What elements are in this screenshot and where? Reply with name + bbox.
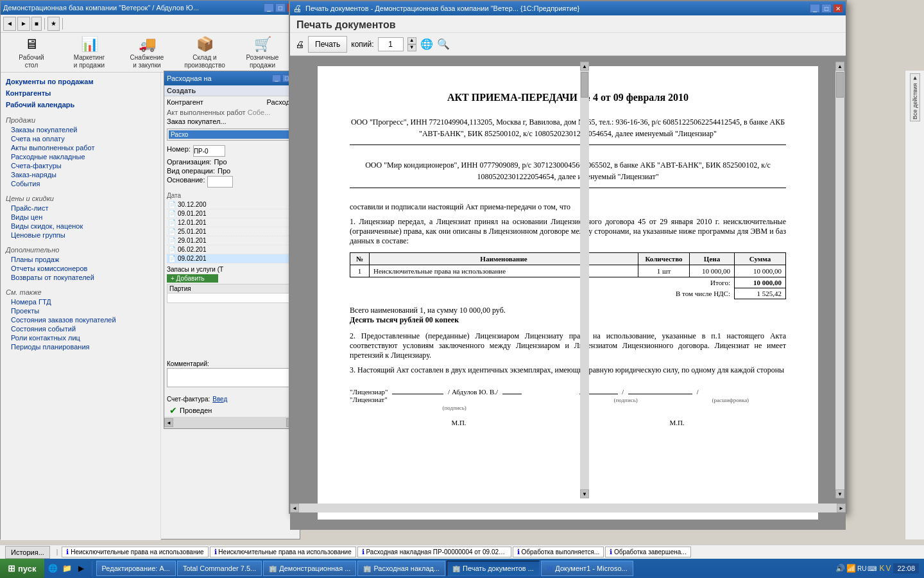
sidebar-link-kontrag[interactable]: Контрагенты: [1, 87, 160, 98]
zoom-icon[interactable]: 🔍: [437, 38, 450, 50]
sidebar-group-seealso: См. также: [1, 286, 160, 297]
sidebar-item-plans[interactable]: Планы продаж: [1, 255, 160, 264]
maximize-button[interactable]: □: [275, 3, 286, 12]
row-name: Неисключительные права на использование: [370, 265, 638, 277]
spin-down[interactable]: ▼: [407, 44, 416, 51]
forward-button[interactable]: ►: [17, 17, 30, 31]
nav-desk[interactable]: 🖥 Рабочийстол: [3, 35, 60, 70]
taskbar-item-tc[interactable]: Total Commander 7.5...: [177, 561, 262, 576]
print-minimize[interactable]: _: [810, 4, 820, 13]
sidebar-item-schfakt[interactable]: Счета-фактуры: [1, 161, 160, 170]
sb-left[interactable]: ◄: [164, 418, 173, 427]
pvr-up[interactable]: ▲: [835, 62, 844, 71]
sidebar-item-invoices[interactable]: Счета на оплату: [1, 134, 160, 143]
tag1-text: Неисключительные права на использование: [71, 548, 203, 556]
nav-marketing[interactable]: 📊 Маркетинги продажи: [61, 35, 117, 70]
right-actions-panel: Все действия ▼: [905, 71, 924, 539]
sidebar-item-events[interactable]: События: [1, 179, 160, 188]
minimize-button[interactable]: _: [264, 3, 274, 12]
taskbar-item-demo[interactable]: 🏢 Демонстрационная ...: [263, 561, 356, 576]
kopii-input[interactable]: [378, 37, 404, 51]
taskbar-item-edit[interactable]: Редактирование: А...: [96, 561, 176, 576]
taskbar-item-print[interactable]: 🏢 Печать документов ...: [447, 561, 540, 576]
all-actions-button[interactable]: Все действия ▼: [910, 73, 920, 121]
taskbar-tc-label: Total Commander 7.5...: [183, 565, 256, 572]
print-maximize[interactable]: □: [821, 4, 832, 13]
sidebar-item-acts[interactable]: Акты выполненных работ: [1, 143, 160, 152]
status-tag-2[interactable]: ℹ Неисключительные права на использовани…: [210, 547, 356, 557]
sidebar-item-rasxod[interactable]: Расходные накладные: [1, 152, 160, 161]
nomer-input[interactable]: [193, 145, 225, 157]
osnov-input[interactable]: [207, 176, 233, 188]
sidebar-item-orderstates[interactable]: Состояния заказов покупателей: [1, 315, 160, 324]
sidebar-item-periods[interactable]: Периоды планирования: [1, 342, 160, 351]
nav-supply[interactable]: 🚚 Снабжениеи закупки: [119, 35, 175, 70]
print-toolbar: 🖨 Печать копий: ▲ ▼ 🌐 🔍: [290, 33, 846, 56]
sidebar-item-eventstates[interactable]: Состояния событий: [1, 324, 160, 333]
pvr-thumb[interactable]: [836, 72, 844, 98]
date-06feb[interactable]: 📄 06.02.201: [167, 245, 302, 254]
print-vscroll-right[interactable]: ▲ ▼: [835, 62, 844, 498]
desk-icon: 🖥: [21, 36, 42, 53]
globe-icon[interactable]: 🌐: [420, 38, 433, 50]
status-tag-1[interactable]: ℹ Неисключительные права на использовани…: [62, 547, 208, 557]
sidebar-item-zaknarad[interactable]: Заказ-наряды: [1, 170, 160, 179]
taskbar-item-rasxod[interactable]: 🏢 Расходная наклад...: [357, 561, 445, 576]
pv-down[interactable]: ▼: [580, 489, 589, 498]
nadkl-minimize[interactable]: _: [272, 74, 281, 82]
status-tag-3[interactable]: ℹ Расходная накладная ПР-00000004 от 09.…: [357, 547, 511, 557]
print-button[interactable]: Печать: [308, 36, 347, 53]
history-button[interactable]: История...: [5, 546, 50, 559]
date-25jan[interactable]: 📄 25.01.201: [167, 227, 302, 236]
date-30[interactable]: 📄 30.12.200: [167, 200, 302, 209]
print-close[interactable]: ✕: [833, 4, 843, 13]
sidebar-item-komissia[interactable]: Отчеты комиссионеров: [1, 264, 160, 273]
status-tag-5[interactable]: ℹ Обработка завершена...: [605, 547, 690, 557]
pvr-down[interactable]: ▼: [835, 489, 844, 498]
print-vscroll[interactable]: ▲ ▼: [580, 62, 589, 498]
add-button[interactable]: + Добавить: [167, 274, 218, 283]
sidebar-item-projects[interactable]: Проекты: [1, 306, 160, 315]
sidebar-link-docs[interactable]: Документы по продажам: [1, 75, 160, 87]
sidebar-item-orders[interactable]: Заказы покупателей: [1, 125, 160, 134]
stop-button[interactable]: ■: [31, 17, 42, 31]
date-09feb[interactable]: 📄 09.02.201: [167, 254, 302, 263]
ph-right[interactable]: ►: [837, 504, 846, 512]
comment-input[interactable]: [167, 368, 293, 387]
back-button[interactable]: ◄: [3, 17, 16, 31]
status-tag-4[interactable]: ℹ Обработка выполняется...: [513, 547, 604, 557]
lang-indicator[interactable]: RU: [857, 565, 866, 572]
sign-licenziar: "Лицензиар" / Абдулов Ю. В./ "Лицензиат"…: [350, 388, 559, 411]
sidebar: Документы по продажам Контрагенты Рабочи…: [1, 73, 161, 540]
sidebar-item-pricegroups[interactable]: Ценовые группы: [1, 231, 160, 240]
tag4-icon: ℹ: [517, 548, 520, 556]
h-scrollbar[interactable]: ◄ ►: [164, 417, 295, 428]
zakaz-row: Заказ покупател...: [164, 117, 304, 126]
ph-left[interactable]: ◄: [290, 504, 299, 512]
tag5-icon: ℹ: [610, 548, 612, 556]
date-29jan[interactable]: 📄 29.01.201: [167, 236, 302, 245]
spin-up[interactable]: ▲: [407, 37, 416, 44]
kontragent-label: Контрагент: [167, 98, 203, 106]
sidebar-item-roles[interactable]: Роли контактных лиц: [1, 333, 160, 342]
nav-warehouse[interactable]: 📦 Склад ипроизводство: [176, 35, 233, 70]
sidebar-item-discounts[interactable]: Виды скидок, наценок: [1, 222, 160, 231]
start-button[interactable]: ⊞ пуск: [0, 559, 44, 578]
taskbar-media-icon: ▶: [75, 562, 88, 575]
sidebar-link-calendar[interactable]: Рабочий календарь: [1, 98, 160, 110]
pv-up[interactable]: ▲: [580, 62, 589, 71]
print-hscroll[interactable]: ◄ ►: [290, 504, 846, 512]
date-09jan[interactable]: 📄 09.01.201: [167, 209, 302, 218]
star-button[interactable]: ★: [47, 17, 60, 31]
schet-value[interactable]: Введ: [212, 396, 227, 403]
sidebar-item-gtd[interactable]: Номера ГТД: [1, 297, 160, 306]
date-12jan[interactable]: 📄 12.01.201: [167, 218, 302, 227]
toolbar-sep: [44, 18, 45, 30]
sidebar-item-returns[interactable]: Возвраты от покупателей: [1, 273, 160, 282]
warehouse-icon: 📦: [194, 36, 215, 53]
sidebar-item-vidcen[interactable]: Виды цен: [1, 213, 160, 222]
taskbar-item-word[interactable]: W Документ1 - Microso...: [541, 561, 633, 576]
sidebar-item-price[interactable]: Прайс-лист: [1, 204, 160, 213]
pv-thumb[interactable]: [581, 72, 588, 98]
nav-retail[interactable]: 🛒 Розничныепродажи: [234, 35, 291, 70]
